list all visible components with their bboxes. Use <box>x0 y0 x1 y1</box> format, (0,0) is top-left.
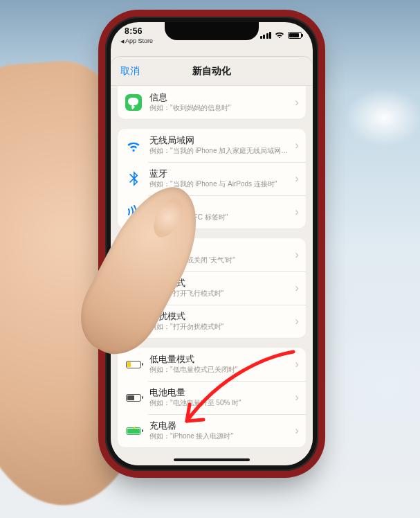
row-subtitle: 例如："打开飞行模式时" <box>149 289 289 298</box>
lowpower-icon <box>125 355 143 373</box>
phone-frame: 8:56 App Store 取消 新自动化 信息例如："收到妈妈的信息时"›无… <box>105 17 318 471</box>
dnd-icon <box>125 312 143 330</box>
settings-group: 无线局域网例如："当我的 iPhone 加入家庭无线局域网时"›蓝牙例如："当我… <box>118 129 306 229</box>
row-text: 勿扰模式例如："打开勿扰模式时" <box>149 311 292 332</box>
sheet-title: 新自动化 <box>192 65 231 78</box>
wifi-icon <box>275 30 284 39</box>
new-automation-sheet: 取消 新自动化 信息例如："收到妈妈的信息时"›无线局域网例如："当我的 iPh… <box>111 57 313 465</box>
trigger-row-wifi[interactable]: 无线局域网例如："当我的 iPhone 加入家庭无线局域网时"› <box>118 129 306 162</box>
row-title: 无线局域网 <box>149 135 289 146</box>
row-title: 勿扰模式 <box>149 311 289 322</box>
chevron-right-icon: › <box>292 96 299 109</box>
battlvl-icon <box>125 388 143 407</box>
row-text: 低电量模式例如："低电量模式已关闭时" <box>149 354 292 375</box>
row-subtitle: 例如："轻点 NFC 标签时" <box>149 213 289 222</box>
home-indicator[interactable] <box>174 458 250 461</box>
trigger-row-charger[interactable]: 充电器例如："iPhone 接入电源时"› <box>118 414 306 447</box>
settings-group: 信息例如："收到妈妈的信息时"› <box>118 86 306 119</box>
trigger-list[interactable]: 信息例如："收到妈妈的信息时"›无线局域网例如："当我的 iPhone 加入家庭… <box>118 86 306 465</box>
row-subtitle: 例如："打开勿扰模式时" <box>149 323 289 332</box>
charger-icon <box>125 422 143 440</box>
cancel-button[interactable]: 取消 <box>120 65 140 78</box>
row-text: App例如："打开或关闭 '天气'时" <box>149 244 292 265</box>
trigger-row-app[interactable]: App例如："打开或关闭 '天气'时"› <box>118 238 306 271</box>
chevron-right-icon: › <box>292 248 299 262</box>
row-title: NFC <box>149 202 289 213</box>
row-subtitle: 例如："当我的 iPhone 与 AirPods 连接时" <box>149 180 289 189</box>
row-text: NFC例如："轻点 NFC 标签时" <box>149 202 292 222</box>
chevron-right-icon: › <box>292 314 299 328</box>
chevron-right-icon: › <box>292 172 299 186</box>
row-text: 电池电量例如："电池电量升至 50% 时" <box>149 387 292 408</box>
row-text: 充电器例如："iPhone 接入电源时" <box>149 420 292 441</box>
signal-icon <box>260 32 272 39</box>
row-title: App <box>149 244 289 256</box>
trigger-row-bluetooth[interactable]: 蓝牙例如："当我的 iPhone 与 AirPods 连接时"› <box>118 162 306 195</box>
row-subtitle: 例如："打开或关闭 '天气'时" <box>149 256 289 265</box>
sheet-nav: 取消 新自动化 <box>111 57 313 86</box>
row-subtitle: 例如："iPhone 接入电源时" <box>149 432 289 441</box>
notch <box>165 22 259 40</box>
settings-group: App例如："打开或关闭 '天气'时"›✈飞行模式例如："打开飞行模式时"›勿扰… <box>118 238 306 338</box>
chevron-right-icon: › <box>292 139 299 152</box>
messages-icon <box>125 93 143 111</box>
trigger-row-dnd[interactable]: 勿扰模式例如："打开勿扰模式时"› <box>118 305 306 338</box>
trigger-row-battlvl[interactable]: 电池电量例如："电池电量升至 50% 时"› <box>118 381 306 414</box>
row-title: 充电器 <box>149 420 289 431</box>
chevron-right-icon: › <box>292 205 299 219</box>
app-icon <box>125 246 143 264</box>
settings-group: 低电量模式例如："低电量模式已关闭时"›电池电量例如："电池电量升至 50% 时… <box>118 348 306 447</box>
chevron-right-icon: › <box>292 391 299 404</box>
status-time: 8:56 <box>125 26 143 36</box>
row-title: 电池电量 <box>149 387 289 398</box>
trigger-row-messages[interactable]: 信息例如："收到妈妈的信息时"› <box>118 86 306 119</box>
row-subtitle: 例如："收到妈妈的信息时" <box>149 104 289 113</box>
row-text: 无线局域网例如："当我的 iPhone 加入家庭无线局域网时" <box>149 135 292 156</box>
nfc-icon <box>125 203 143 221</box>
row-title: 蓝牙 <box>149 168 289 179</box>
row-text: 蓝牙例如："当我的 iPhone 与 AirPods 连接时" <box>149 168 292 189</box>
row-title: 信息 <box>149 92 289 103</box>
row-subtitle: 例如："电池电量升至 50% 时" <box>149 399 289 408</box>
row-title: 低电量模式 <box>149 354 289 365</box>
row-title: 飞行模式 <box>149 278 289 289</box>
screen: 8:56 App Store 取消 新自动化 信息例如："收到妈妈的信息时"›无… <box>111 22 313 465</box>
row-subtitle: 例如："当我的 iPhone 加入家庭无线局域网时" <box>149 147 289 156</box>
wifi-icon <box>125 136 143 154</box>
chevron-right-icon: › <box>292 281 299 295</box>
row-text: 飞行模式例如："打开飞行模式时" <box>149 278 292 298</box>
trigger-row-nfc[interactable]: NFC例如："轻点 NFC 标签时"› <box>118 195 306 229</box>
status-right <box>260 30 302 39</box>
chevron-right-icon: › <box>292 357 299 371</box>
trigger-row-lowpower[interactable]: 低电量模式例如："低电量模式已关闭时"› <box>118 348 306 381</box>
airplane-icon: ✈ <box>125 279 143 297</box>
chevron-right-icon: › <box>292 424 299 438</box>
row-subtitle: 例如："低电量模式已关闭时" <box>149 366 289 375</box>
bluetooth-icon <box>125 170 143 188</box>
row-text: 信息例如："收到妈妈的信息时" <box>149 92 292 113</box>
status-back-to-app[interactable]: App Store <box>120 37 153 44</box>
battery-icon <box>288 32 302 39</box>
trigger-row-airplane[interactable]: ✈飞行模式例如："打开飞行模式时"› <box>118 271 306 305</box>
